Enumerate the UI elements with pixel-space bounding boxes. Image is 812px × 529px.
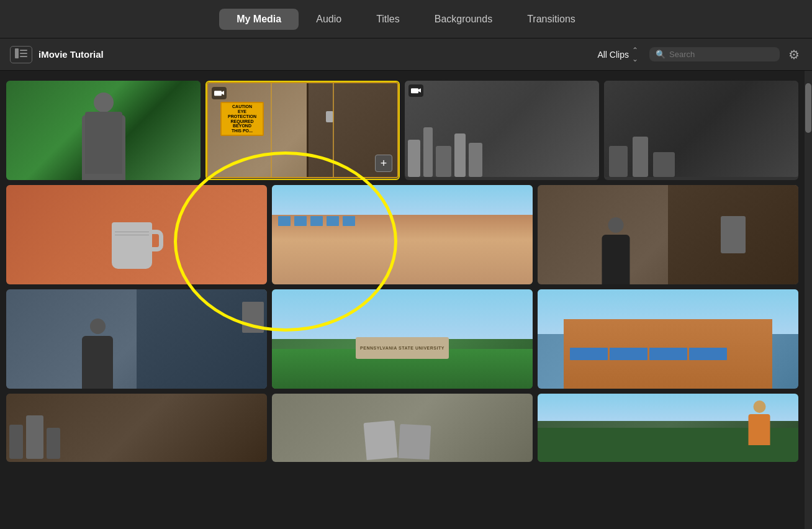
clip-workshop-people[interactable] [6,394,267,462]
clip-thumbnail-workshop1 [405,81,599,177]
clip-interview-woman-1[interactable] [538,185,798,284]
library-title: iMovie Tutorial [38,49,586,60]
search-box: 🔍 [649,47,780,61]
svg-rect-0 [15,48,19,58]
clip-caution-door[interactable]: CAUTIONEYEPROTECTIONREQUIREDBEYONDTHIS P… [205,81,400,180]
sidebar-toggle-icon [15,48,27,60]
grid-row-2 [6,185,798,284]
clip-thumbnail-workshop3 [6,394,267,462]
caution-text: CAUTIONEYEPROTECTIONREQUIREDBEYONDTHIS P… [228,104,256,133]
scrollbar-track[interactable] [805,71,812,529]
tab-titles[interactable]: Titles [359,9,417,30]
camera-svg [214,89,224,96]
camera-svg-2 [411,86,421,94]
sidebar-toggle-button[interactable] [10,46,32,63]
tab-backgrounds[interactable]: Backgrounds [417,9,510,30]
tab-transitions[interactable]: Transitions [510,9,593,30]
chevron-updown-icon: ⌃⌄ [632,46,638,63]
clip-thumbnail-workshop2 [604,81,798,177]
clip-bags-materials[interactable] [272,394,533,462]
settings-button[interactable]: ⚙ [786,45,802,65]
grid-row-4 [6,394,798,462]
clip-greenscreen[interactable] [6,81,201,180]
clip-workshop-machinery[interactable] [405,81,599,180]
grid-row-3: PENNSYLVANIA STATE UNIVERSITY [6,289,798,389]
camera-icon-workshop1 [408,84,423,97]
toolbar: iMovie Tutorial All Clips ⌃⌄ 🔍 ⚙ [0,38,812,71]
clip-thumbnail-psu: PENNSYLVANIA STATE UNIVERSITY [272,289,533,389]
main-content: CAUTIONEYEPROTECTIONREQUIREDBEYONDTHIS P… [0,71,812,529]
clip-thumbnail-mug [6,185,267,284]
clip-metal-mug[interactable] [6,185,267,284]
tab-my-media[interactable]: My Media [219,9,299,30]
all-clips-dropdown[interactable]: All Clips ⌃⌄ [592,43,643,66]
search-icon: 🔍 [656,50,665,59]
media-grid[interactable]: CAUTIONEYEPROTECTIONREQUIREDBEYONDTHIS P… [0,71,805,529]
scrollbar-thumb[interactable] [805,83,811,133]
clip-psu-sign[interactable]: PENNSYLVANIA STATE UNIVERSITY [272,289,533,389]
clip-building-exterior[interactable] [272,185,533,284]
clip-thumbnail-outdoor [538,394,798,462]
clip-thumbnail-building1 [272,185,533,284]
clip-interview-woman-2[interactable] [6,289,267,389]
camera-icon-caution [212,87,227,99]
add-to-timeline-button[interactable]: + [375,155,392,172]
svg-rect-2 [20,53,27,54]
divider-line-1 [271,83,272,177]
clip-campus-building[interactable] [538,289,798,389]
clip-thumbnail-greenscreen [6,81,201,180]
gear-icon: ⚙ [788,48,800,61]
clip-thumbnail-campus [538,289,798,389]
svg-rect-1 [20,50,27,51]
divider-line-2 [333,83,334,177]
clip-outdoor-worker[interactable] [538,394,798,462]
top-navigation: My Media Audio Titles Backgrounds Transi… [0,0,812,38]
clip-dark-machinery[interactable] [604,81,798,180]
clip-thumbnail-bags [272,394,533,462]
clip-thumbnail-interview2 [6,289,267,389]
clip-thumbnail-interview1 [538,185,798,284]
grid-row-1: CAUTIONEYEPROTECTIONREQUIREDBEYONDTHIS P… [6,81,798,180]
tab-audio[interactable]: Audio [299,9,359,30]
caution-sign: CAUTIONEYEPROTECTIONREQUIREDBEYONDTHIS P… [220,102,264,136]
search-input[interactable] [669,50,769,59]
all-clips-label: All Clips [597,50,629,60]
clip-thumbnail-caution: CAUTIONEYEPROTECTIONREQUIREDBEYONDTHIS P… [207,82,399,178]
svg-rect-3 [20,56,27,57]
